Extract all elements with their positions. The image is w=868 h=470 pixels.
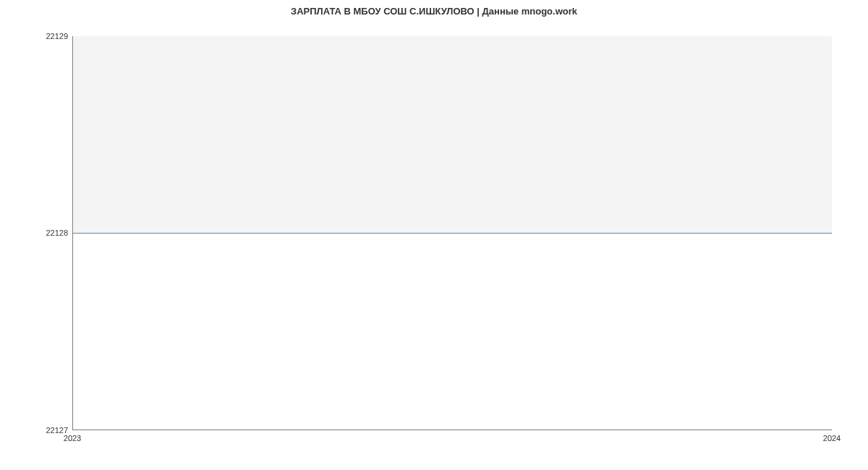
data-line xyxy=(73,233,832,234)
y-tick-label: 22127 xyxy=(25,426,68,435)
area-fill xyxy=(73,36,832,233)
y-tick-label: 22128 xyxy=(25,228,68,237)
y-tick-label: 22129 xyxy=(25,32,68,40)
x-tick-label: 2024 xyxy=(823,434,841,443)
chart-plot-area xyxy=(72,36,832,430)
x-tick-label: 2023 xyxy=(64,434,81,443)
chart-title: ЗАРПЛАТА В МБОУ СОШ С.ИШКУЛОВО | Данные … xyxy=(0,6,868,17)
